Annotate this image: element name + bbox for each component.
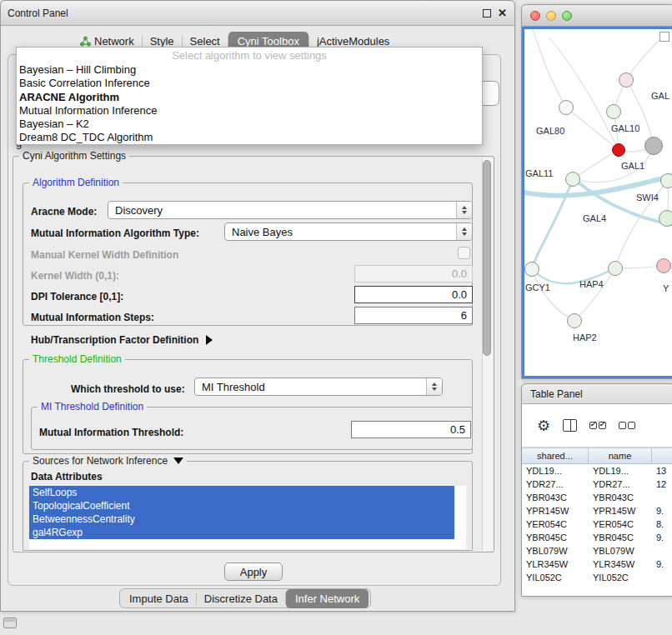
combo-arrows-icon — [426, 378, 442, 395]
minimized-panel-icon[interactable] — [3, 618, 17, 628]
gear-icon[interactable]: ⚙ — [537, 418, 550, 433]
kernel-width-field[interactable]: 0.0 — [354, 265, 473, 282]
tab-impute-data[interactable]: Impute Data — [122, 589, 196, 608]
group-title: Threshold Definition — [29, 353, 125, 365]
minimize-traffic-light[interactable] — [546, 11, 556, 21]
cell: YBR043C — [522, 491, 589, 504]
cell — [652, 544, 672, 558]
algorithm-option-selected[interactable]: ARACNE Algorithm — [17, 91, 482, 104]
table-body: YDL19...YDL19...13 YDR27...YDR27...12 YB… — [522, 464, 672, 596]
view-corner-box — [659, 32, 669, 42]
manual-kernel-width-label: Manual Kernel Width Definition — [31, 249, 178, 261]
attribute-item[interactable]: BetweennessCentrality — [29, 512, 454, 526]
table-row[interactable]: YBR043CYBR043C — [522, 491, 672, 504]
table-row[interactable]: YDR27...YDR27...12 — [522, 478, 672, 491]
clear-all-checkboxes-icon[interactable] — [619, 422, 635, 429]
table-panel-titlebar: Table Panel — [522, 384, 672, 404]
tab-label: Infer Network — [295, 592, 359, 605]
tab-discretize-data[interactable]: Discretize Data — [197, 589, 285, 608]
apply-button[interactable]: Apply — [224, 562, 283, 581]
network-node[interactable] — [612, 143, 625, 157]
network-node-label: GCY1 — [525, 282, 550, 292]
sources-toggle[interactable]: Sources for Network Inference — [29, 455, 187, 467]
table-header-row: shared... name — [522, 448, 672, 464]
network-node-label: GAL10 — [611, 123, 639, 133]
algorithm-option[interactable]: Mutual Information Inference — [17, 104, 482, 118]
which-threshold-select[interactable]: MI Threshold — [194, 378, 443, 396]
control-panel-titlebar: Control Panel ✕ — [1, 1, 514, 26]
algorithm-option[interactable]: Bayesian – Hill Climbing — [17, 63, 482, 77]
network-node[interactable] — [659, 210, 672, 227]
close-traffic-light[interactable] — [530, 11, 540, 21]
table-row[interactable]: YPR145WYPR145W9. — [522, 504, 672, 518]
table-toolbar: ⚙ — [522, 404, 672, 448]
network-node[interactable] — [565, 172, 580, 187]
algorithm-option[interactable]: Dream8 DC_TDC Algorithm — [17, 131, 482, 144]
cell: YBR045C — [522, 531, 589, 544]
attribute-item[interactable]: SelfLoops — [29, 486, 454, 499]
algorithm-option[interactable]: Bayesian – K2 — [17, 118, 482, 131]
dpi-tolerance-field[interactable]: 0.0 — [354, 286, 473, 303]
network-node[interactable] — [644, 137, 663, 155]
close-window-icon[interactable]: ✕ — [498, 7, 507, 19]
network-node[interactable] — [619, 72, 634, 88]
table-row[interactable]: YBL079WYBL079W — [522, 544, 672, 558]
table-row[interactable]: YIL052CYIL052C — [522, 571, 672, 584]
mi-algorithm-type-select[interactable]: Naive Bayes — [224, 222, 473, 241]
table-panel-content: ⚙ shared... name YDL19...YDL19...13 YDR2… — [522, 404, 672, 596]
mi-steps-field[interactable]: 6 — [354, 307, 473, 324]
network-node[interactable] — [656, 258, 671, 273]
cell: YIL052C — [589, 571, 652, 584]
network-node-label: GAL — [651, 91, 669, 101]
cell: YIL052C — [522, 571, 589, 584]
mi-steps-label: Mutual Information Steps: — [31, 312, 154, 323]
mi-algorithm-type-value: Naive Bayes — [225, 226, 456, 238]
network-node[interactable] — [608, 261, 623, 276]
cell: YER054C — [522, 518, 589, 531]
attribute-item[interactable]: TopologicalCoefficient — [29, 499, 454, 512]
control-panel-window: Control Panel ✕ Network Style Select Cyn… — [0, 0, 515, 612]
network-node[interactable] — [559, 100, 574, 115]
cell: 8. — [652, 518, 672, 531]
column-header-partial[interactable] — [652, 448, 672, 463]
table-row[interactable]: YER054CYER054C8. — [522, 518, 672, 531]
column-header-shared-name[interactable]: shared... — [522, 448, 589, 463]
settings-scrollbar-thumb[interactable] — [483, 160, 491, 356]
cell: YDL19... — [522, 464, 589, 478]
network-canvas[interactable]: GAL80GAL10GAL11GAL1SWI4GAL4GCY1HAP4YHAP2… — [524, 29, 672, 376]
zoom-traffic-light[interactable] — [562, 11, 572, 21]
network-node-label: GAL4 — [583, 213, 606, 223]
network-node-label: HAP4 — [579, 279, 604, 289]
cell: YLR345W — [522, 558, 589, 571]
network-node[interactable] — [606, 104, 621, 119]
network-node[interactable] — [567, 313, 582, 328]
network-node[interactable] — [524, 262, 539, 277]
attribute-item[interactable]: gal4RGexp — [29, 526, 454, 539]
table-row[interactable]: YBR045CYBR045C9. — [522, 531, 672, 544]
select-all-checkboxes-icon[interactable] — [589, 422, 606, 429]
hub-definition-toggle[interactable]: Hub/Transcription Factor Definition — [31, 334, 213, 346]
network-node[interactable] — [660, 173, 672, 188]
network-view-window: GAL80GAL10GAL11GAL1SWI4GAL4GCY1HAP4YHAP2… — [521, 4, 672, 379]
cell: YDR27... — [522, 478, 589, 491]
manual-kernel-width-checkbox[interactable] — [458, 247, 470, 259]
data-attributes-list: SelfLoops TopologicalCoefficient Between… — [29, 486, 466, 549]
columns-icon[interactable] — [563, 419, 577, 432]
network-icon — [80, 36, 91, 47]
which-threshold-label: Which threshold to use: — [71, 383, 185, 395]
tab-infer-network[interactable]: Infer Network — [286, 589, 369, 608]
algorithm-placeholder-option[interactable]: Select algorithm to view settings — [17, 48, 482, 63]
cell: 9. — [652, 558, 672, 571]
tab-label: Select — [190, 35, 220, 48]
table-row[interactable]: YDL19...YDL19...13 — [522, 464, 672, 478]
data-attributes-label: Data Attributes — [31, 471, 103, 482]
algorithm-option[interactable]: Basic Correlation Inference — [17, 77, 482, 90]
table-row[interactable]: YLR345WYLR345W9. — [522, 558, 672, 571]
float-window-icon[interactable] — [483, 9, 491, 18]
network-node-label: GAL11 — [525, 168, 553, 178]
mi-threshold-field[interactable]: 0.5 — [351, 421, 471, 438]
tab-label: jActiveModules — [317, 35, 389, 48]
column-header-name[interactable]: name — [589, 448, 652, 463]
aracne-mode-select[interactable]: Discovery — [108, 201, 473, 219]
cell: YDR27... — [589, 478, 652, 491]
